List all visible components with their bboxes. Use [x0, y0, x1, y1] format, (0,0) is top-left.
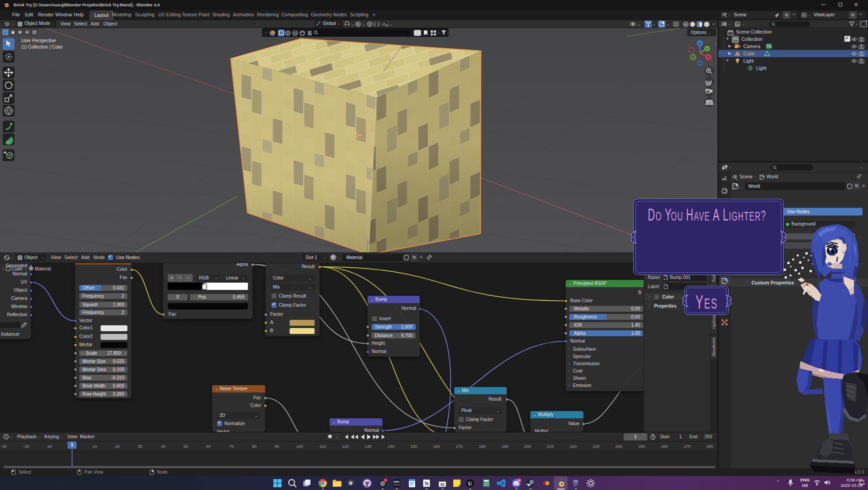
svg-text:U: U — [468, 480, 472, 487]
svg-text:Z: Z — [699, 42, 701, 45]
svg-text:N: N — [425, 480, 429, 487]
svg-text:31: 31 — [440, 482, 445, 487]
svg-text:‹: ‹ — [715, 42, 717, 46]
svg-text:User Perspective: User Perspective — [21, 38, 56, 43]
svg-text:EPIC: EPIC — [394, 480, 400, 483]
svg-text:X: X — [708, 56, 710, 59]
svg-text:GAMES: GAMES — [393, 484, 400, 486]
svg-text:YES: YES — [695, 291, 718, 313]
svg-text:DO YOU HAVE A LIGHTER?: DO YOU HAVE A LIGHTER? — [648, 206, 766, 224]
svg-text:Y: Y — [706, 47, 708, 50]
svg-text:9+: 9+ — [518, 479, 521, 482]
svg-text:(1) Collection | Cube: (1) Collection | Cube — [21, 44, 63, 49]
